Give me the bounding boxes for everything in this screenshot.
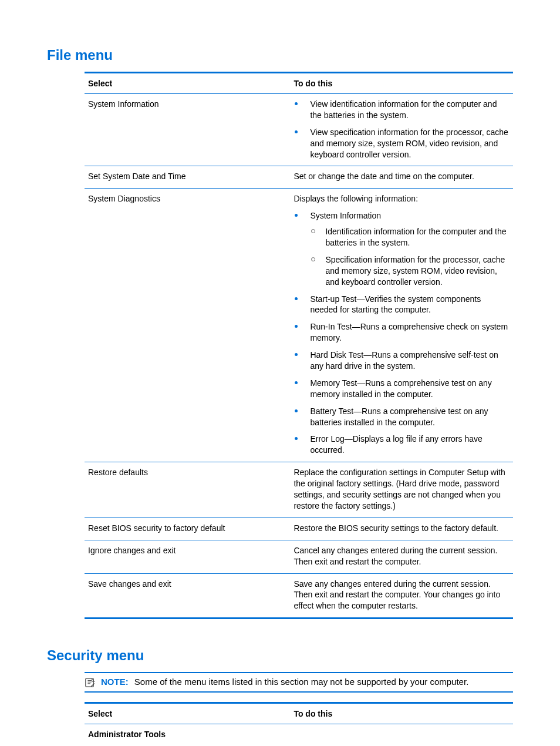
cell-select: Ignore changes and exit (85, 540, 290, 573)
cell-select: Reset BIOS security to factory default (85, 518, 290, 540)
cell-select: System Information (85, 94, 290, 166)
list-item: Identification information for the compu… (310, 226, 510, 248)
col-header-select: Select (85, 73, 290, 94)
col-header-select: Select (85, 703, 290, 724)
list-item: Run-In Test—Runs a comprehensive check o… (294, 321, 510, 344)
diagnostics-intro: Displays the following information: (294, 193, 510, 204)
cell-select: Setup BIOS Administrator Password (85, 742, 290, 746)
table-row: Ignore changes and exit Cancel any chang… (85, 540, 513, 573)
list-item: Specification information for the proces… (310, 254, 510, 288)
security-menu-table: Select To do this Administrator Tools Se… (85, 702, 513, 746)
file-menu-heading: File menu (47, 47, 513, 63)
note-content: NOTE: Some of the menu items listed in t… (101, 677, 468, 687)
table-row: Set System Date and Time Set or change t… (85, 166, 513, 189)
cell-select: Restore defaults (85, 462, 290, 518)
cell-todo: Set up a BIOS administrator password (290, 742, 513, 746)
list-item: Hard Disk Test—Runs a comprehensive self… (294, 350, 510, 372)
note-text: Some of the menu items listed in this se… (134, 677, 468, 687)
list-item: System Information Identification inform… (294, 210, 510, 287)
table-row: Setup BIOS Administrator Password Set up… (85, 742, 513, 746)
cell-todo: Displays the following information: Syst… (290, 189, 513, 462)
cell-todo: Save any changes entered during the curr… (290, 573, 513, 619)
note-box: NOTE: Some of the menu items listed in t… (85, 672, 513, 693)
cell-todo: Replace the configuration settings in Co… (290, 462, 513, 518)
diag-sysinfo-label: System Information (310, 211, 381, 220)
note-label: NOTE: (101, 677, 129, 687)
table-row: System Information View identification i… (85, 94, 513, 166)
list-item: View identification information for the … (294, 99, 510, 121)
cell-todo: Cancel any changes entered during the cu… (290, 540, 513, 573)
admin-tools-subheading: Administrator Tools (85, 724, 513, 742)
note-icon (85, 677, 95, 688)
cell-select: System Diagnostics (85, 189, 290, 462)
table-row: Restore defaults Replace the configurati… (85, 462, 513, 518)
security-menu-heading: Security menu (47, 647, 513, 664)
list-item: Memory Test—Runs a comprehensive test on… (294, 378, 510, 400)
file-menu-table: Select To do this System Information Vie… (85, 72, 513, 619)
list-item: Battery Test—Runs a comprehensive test o… (294, 406, 510, 428)
table-row: Administrator Tools (85, 724, 513, 742)
sub-bullet-list: Identification information for the compu… (310, 226, 510, 287)
list-item: View specification information for the p… (294, 127, 510, 160)
list-item: Start-up Test—Verifies the system compon… (294, 294, 510, 316)
cell-todo: View identification information for the … (290, 94, 513, 166)
table-row: Save changes and exit Save any changes e… (85, 573, 513, 619)
col-header-todo: To do this (290, 73, 513, 94)
table-row: Reset BIOS security to factory default R… (85, 518, 513, 540)
list-item: Error Log—Displays a log file if any err… (294, 434, 510, 456)
cell-select: Set System Date and Time (85, 166, 290, 189)
bullet-list: System Information Identification inform… (294, 210, 510, 456)
cell-todo: Set or change the date and time on the c… (290, 166, 513, 189)
cell-select: Save changes and exit (85, 573, 290, 619)
bullet-list: View identification information for the … (294, 99, 510, 160)
col-header-todo: To do this (290, 703, 513, 724)
table-row: System Diagnostics Displays the followin… (85, 189, 513, 462)
cell-todo: Restore the BIOS security settings to th… (290, 518, 513, 540)
document-page: File menu Select To do this System Infor… (0, 0, 560, 746)
